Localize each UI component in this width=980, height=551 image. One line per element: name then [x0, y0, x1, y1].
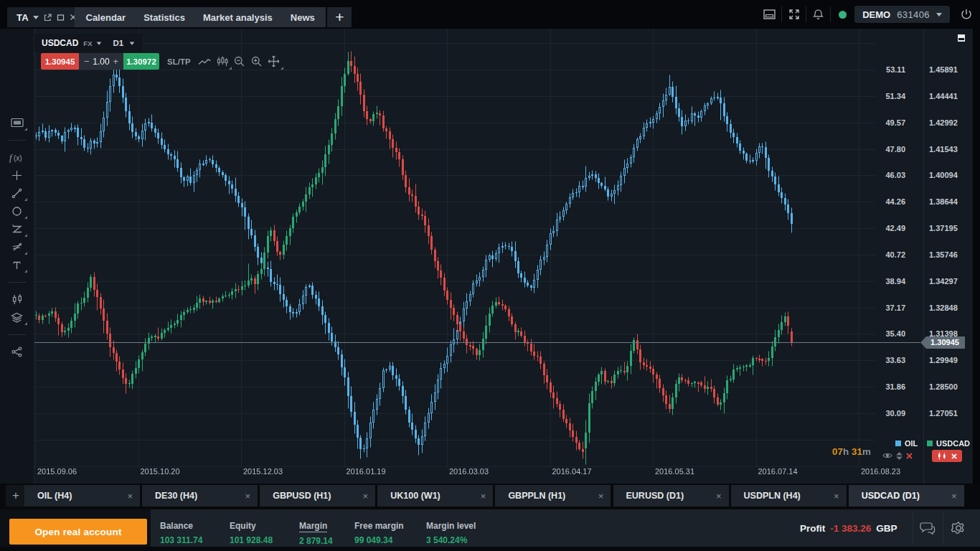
usdcad-axis-tick: 1.38644 [929, 197, 972, 206]
text-tool-icon[interactable] [6, 256, 28, 274]
chart-canvas[interactable] [34, 29, 875, 484]
chart-window-icon[interactable] [6, 114, 28, 132]
oil-axis-tick: 47.80 [875, 145, 905, 154]
zoom-out-icon[interactable] [231, 53, 248, 70]
metric-label: Margin [299, 521, 327, 532]
svg-text:f: f [9, 153, 13, 163]
close-icon[interactable]: × [716, 491, 722, 501]
instrument-tab-label: UK100 (W1) [390, 491, 440, 501]
shapes-circle-icon[interactable] [6, 202, 28, 220]
volume-increase-button[interactable]: + [113, 56, 118, 67]
drawing-toolbar: f(x) [0, 29, 34, 484]
crosshair-icon[interactable] [6, 166, 28, 184]
instrument-tab-oil[interactable]: OIL (H4)× [24, 485, 140, 507]
bell-icon[interactable] [806, 0, 830, 29]
instrument-tab-de30[interactable]: DE30 (H4)× [142, 485, 258, 507]
sell-button[interactable]: 1.30945 [41, 53, 79, 70]
xstation-app: TA CalendarStatisticsMarket analysisNews… [0, 0, 980, 551]
chat-icon[interactable] [913, 509, 943, 547]
instrument-tab-gbpusd[interactable]: GBPUSD (H1)× [260, 485, 375, 507]
main-tab-market-analysis[interactable]: Market analysis [194, 7, 281, 27]
volume-decrease-button[interactable]: − [84, 56, 90, 67]
restore-icon[interactable] [57, 14, 65, 22]
usdcad-axis-tick: 1.45891 [929, 65, 972, 74]
top-bar: TA CalendarStatisticsMarket analysisNews… [0, 0, 980, 29]
window-edge [973, 29, 980, 484]
close-icon[interactable]: × [481, 491, 486, 501]
metric-margin: Margin2 879.14 [299, 519, 333, 546]
usdcad-axis-tick: 1.40094 [929, 171, 972, 179]
remove-icon[interactable] [906, 453, 913, 459]
usdcad-axis-tick: 1.28500 [929, 382, 972, 391]
metric-label: Free margin [354, 521, 404, 531]
close-icon[interactable]: × [245, 491, 251, 501]
candle-style-icon[interactable] [6, 291, 28, 309]
buy-button[interactable]: 1.30972 [123, 53, 159, 70]
panel-collapse-icon[interactable] [958, 34, 965, 42]
eye-icon[interactable] [882, 452, 892, 459]
current-price-badge: 1.30945 [920, 336, 965, 349]
date-label: 2016.05.31 [655, 467, 694, 476]
instrument-tab-label: GBPUSD (H1) [273, 491, 331, 501]
popout-icon[interactable] [44, 14, 52, 22]
main-tab-calendar[interactable]: Calendar [77, 7, 135, 27]
chevron-down-icon[interactable] [130, 42, 135, 44]
indicators-fx-icon[interactable]: f(x) [6, 149, 28, 166]
settings-icon[interactable] [943, 509, 974, 547]
line-chart-icon[interactable] [197, 53, 214, 70]
profit-label: Profit [800, 523, 825, 534]
instrument-tab-eurusd[interactable]: EURUSD (D1)× [613, 485, 729, 507]
volume-stepper: − 1.00 + [79, 53, 123, 70]
account-selector[interactable]: DEMO 631406 [854, 6, 950, 23]
layout-icon[interactable] [758, 0, 781, 29]
sltp-button[interactable]: SL/TP [167, 53, 191, 70]
close-icon[interactable]: × [598, 491, 604, 501]
usdcad-position-badge[interactable] [932, 450, 962, 462]
pan-icon[interactable] [265, 53, 283, 70]
instrument-tab-uk100[interactable]: UK100 (W1)× [377, 485, 493, 507]
oil-axis-tick: 53.11 [875, 65, 905, 74]
layers-icon[interactable] [6, 309, 28, 326]
close-icon[interactable]: × [127, 491, 133, 501]
candle-badge-icon [937, 452, 947, 460]
oil-axis-tick: 38.94 [875, 277, 905, 286]
metric-margin-level: Margin level3 540.24% [426, 519, 476, 545]
share-icon[interactable] [6, 343, 28, 361]
add-tab-button[interactable]: + [327, 7, 352, 27]
fullscreen-icon[interactable] [782, 0, 806, 29]
close-icon[interactable]: × [834, 491, 839, 501]
main-tab-news[interactable]: News [281, 7, 324, 27]
volume-value[interactable]: 1.00 [93, 57, 109, 67]
timeframe-select[interactable]: D1 [113, 39, 123, 47]
oil-axis-tick: 33.63 [875, 356, 905, 364]
candlestick-icon[interactable] [214, 53, 231, 70]
instrument-tab-usdcad[interactable]: USDCAD (D1)× [849, 485, 964, 507]
open-real-account-button[interactable]: Open real account [9, 519, 147, 545]
fibonacci-icon[interactable] [6, 220, 28, 238]
instrument-tab-usdpln[interactable]: USDPLN (H4)× [731, 485, 847, 507]
instrument-tab-gbppln[interactable]: GBPPLN (H1)× [495, 485, 611, 507]
chevron-down-icon[interactable] [33, 16, 39, 19]
power-icon[interactable] [953, 0, 980, 29]
oil-axis-tick: 46.03 [875, 171, 905, 179]
chevron-down-icon[interactable] [97, 42, 102, 44]
toolbar-separator [9, 282, 26, 283]
date-label: 2015.10.20 [141, 467, 180, 476]
close-icon[interactable]: × [363, 491, 369, 501]
instrument-tab-label: DE30 (H4) [155, 491, 197, 501]
trade-widget: 1.30945 − 1.00 + 1.30972 SL/TP [41, 53, 283, 70]
workspace-panel: TA [7, 7, 75, 27]
workspace-label[interactable]: TA [17, 12, 29, 23]
add-instrument-button[interactable]: + [6, 485, 26, 507]
profit-value: -1 383.26 [830, 523, 871, 534]
sort-icon[interactable] [895, 452, 903, 460]
close-icon[interactable] [951, 453, 957, 459]
zoom-in-icon[interactable] [248, 53, 265, 70]
close-icon[interactable]: × [951, 491, 957, 501]
symbol-header[interactable]: USDCAD FX D1 [34, 34, 142, 52]
trend-line-icon[interactable] [6, 184, 28, 202]
symbol-market: FX [83, 39, 92, 47]
instrument-tab-label: USDPLN (H4) [744, 491, 801, 501]
main-tab-statistics[interactable]: Statistics [135, 7, 194, 27]
pitchfork-icon[interactable] [6, 238, 28, 256]
